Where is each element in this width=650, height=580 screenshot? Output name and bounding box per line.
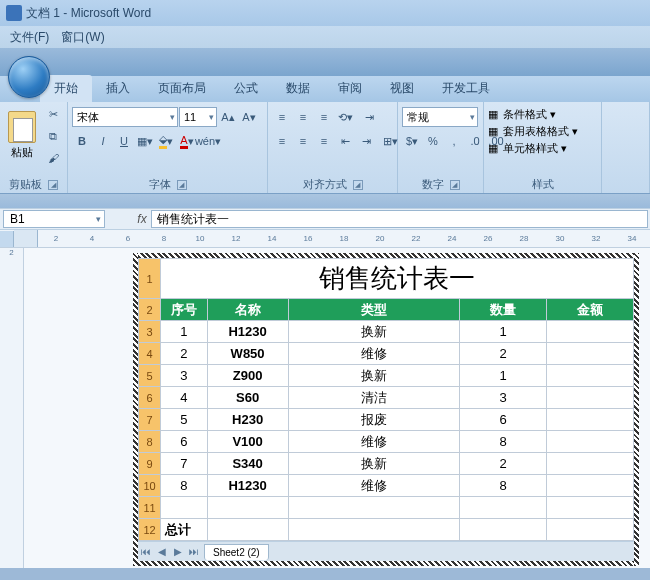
align-center-button[interactable]: ≡ bbox=[293, 131, 313, 151]
currency-button[interactable]: $▾ bbox=[402, 131, 422, 151]
document-area[interactable]: 1销售统计表一2序号名称类型数量金额31H1230换新142W850维修253Z… bbox=[24, 248, 650, 568]
align-left-button[interactable]: ≡ bbox=[272, 131, 292, 151]
font-size-combo[interactable]: 11 bbox=[179, 107, 217, 127]
cell[interactable]: 2 bbox=[460, 343, 547, 365]
table-row[interactable]: 1销售统计表一 bbox=[139, 259, 634, 299]
cell[interactable]: 4 bbox=[161, 387, 207, 409]
number-dialog-icon[interactable]: ◢ bbox=[450, 180, 460, 190]
table-row[interactable]: 2序号名称类型数量金额 bbox=[139, 299, 634, 321]
title-cell[interactable]: 销售统计表一 bbox=[161, 259, 634, 299]
tab-review[interactable]: 审阅 bbox=[324, 75, 376, 102]
align-middle-button[interactable]: ≡ bbox=[293, 107, 313, 127]
cell[interactable]: 维修 bbox=[288, 431, 460, 453]
cell[interactable]: 6 bbox=[460, 409, 547, 431]
cell[interactable]: 8 bbox=[460, 431, 547, 453]
number-format-combo[interactable]: 常规 bbox=[402, 107, 478, 127]
paste-button[interactable]: 粘贴 bbox=[4, 104, 40, 166]
cell[interactable]: 换新 bbox=[288, 365, 460, 387]
tab-nav-first[interactable]: ⏮ bbox=[138, 546, 154, 557]
cell[interactable]: Z900 bbox=[207, 365, 288, 387]
cell[interactable] bbox=[547, 387, 634, 409]
copy-button[interactable]: ⧉ bbox=[43, 126, 63, 146]
cell[interactable]: 9 bbox=[139, 453, 161, 475]
tab-data[interactable]: 数据 bbox=[272, 75, 324, 102]
fx-icon[interactable]: fx bbox=[133, 212, 151, 226]
font-dialog-icon[interactable]: ◢ bbox=[177, 180, 187, 190]
tab-nav-prev[interactable]: ◀ bbox=[154, 546, 170, 557]
menu-window[interactable]: 窗口(W) bbox=[57, 27, 108, 48]
cell[interactable]: 12 bbox=[139, 519, 161, 541]
cell[interactable]: S60 bbox=[207, 387, 288, 409]
cell[interactable]: 换新 bbox=[288, 321, 460, 343]
italic-button[interactable]: I bbox=[93, 131, 113, 151]
cell[interactable] bbox=[207, 497, 288, 519]
spreadsheet-table[interactable]: 1销售统计表一2序号名称类型数量金额31H1230换新142W850维修253Z… bbox=[138, 258, 634, 541]
table-row[interactable]: 31H1230换新1 bbox=[139, 321, 634, 343]
cell[interactable]: 5 bbox=[161, 409, 207, 431]
cell[interactable] bbox=[161, 497, 207, 519]
cell[interactable] bbox=[547, 453, 634, 475]
bold-button[interactable]: B bbox=[72, 131, 92, 151]
cell[interactable]: 2 bbox=[139, 299, 161, 321]
cell[interactable]: 11 bbox=[139, 497, 161, 519]
cell[interactable]: 1 bbox=[161, 321, 207, 343]
tab-view[interactable]: 视图 bbox=[376, 75, 428, 102]
indent-dec-button[interactable]: ⇤ bbox=[335, 131, 355, 151]
cell[interactable]: W850 bbox=[207, 343, 288, 365]
column-header[interactable]: 序号 bbox=[161, 299, 207, 321]
cell[interactable]: 6 bbox=[161, 431, 207, 453]
cell[interactable]: 7 bbox=[161, 453, 207, 475]
cell[interactable]: 1 bbox=[460, 321, 547, 343]
format-painter-button[interactable]: 🖌 bbox=[43, 148, 63, 168]
table-row[interactable]: 108H1230维修8 bbox=[139, 475, 634, 497]
percent-button[interactable]: % bbox=[423, 131, 443, 151]
cell[interactable] bbox=[460, 519, 547, 541]
cell[interactable] bbox=[547, 365, 634, 387]
total-cell[interactable]: 总计 bbox=[161, 519, 207, 541]
cell[interactable]: 1 bbox=[139, 259, 161, 299]
cell[interactable]: 10 bbox=[139, 475, 161, 497]
border-button[interactable]: ▦▾ bbox=[135, 131, 155, 151]
cell[interactable]: 3 bbox=[460, 387, 547, 409]
align-right-button[interactable]: ≡ bbox=[314, 131, 334, 151]
column-header[interactable]: 类型 bbox=[288, 299, 460, 321]
cell[interactable]: 8 bbox=[139, 431, 161, 453]
cell[interactable]: H1230 bbox=[207, 475, 288, 497]
tab-dev[interactable]: 开发工具 bbox=[428, 75, 504, 102]
cell[interactable]: 维修 bbox=[288, 475, 460, 497]
cell[interactable]: 1 bbox=[460, 365, 547, 387]
cell[interactable]: 7 bbox=[139, 409, 161, 431]
indent-inc-button[interactable]: ⇥ bbox=[356, 131, 376, 151]
cell[interactable]: 3 bbox=[161, 365, 207, 387]
cell[interactable]: H230 bbox=[207, 409, 288, 431]
shrink-font-button[interactable]: A▾ bbox=[239, 107, 259, 127]
table-row[interactable]: 86V100维修8 bbox=[139, 431, 634, 453]
cell-style-button[interactable]: ▦ 单元格样式 ▾ bbox=[488, 141, 567, 156]
table-row[interactable]: 11 bbox=[139, 497, 634, 519]
table-row[interactable]: 64S60清洁3 bbox=[139, 387, 634, 409]
cell[interactable] bbox=[288, 519, 460, 541]
cut-button[interactable]: ✂ bbox=[43, 104, 63, 124]
wrap-text-button[interactable]: ⇥ bbox=[356, 107, 382, 127]
embedded-sheet[interactable]: 1销售统计表一2序号名称类型数量金额31H1230换新142W850维修253Z… bbox=[138, 258, 634, 561]
cell[interactable]: V100 bbox=[207, 431, 288, 453]
name-box[interactable]: B1 bbox=[3, 210, 105, 228]
align-bottom-button[interactable]: ≡ bbox=[314, 107, 334, 127]
cell[interactable]: 5 bbox=[139, 365, 161, 387]
tab-nav-last[interactable]: ⏭ bbox=[186, 546, 202, 557]
table-row[interactable]: 42W850维修2 bbox=[139, 343, 634, 365]
cell[interactable]: 8 bbox=[161, 475, 207, 497]
column-header[interactable]: 金额 bbox=[547, 299, 634, 321]
tab-insert[interactable]: 插入 bbox=[92, 75, 144, 102]
cell[interactable]: 4 bbox=[139, 343, 161, 365]
cell[interactable]: H1230 bbox=[207, 321, 288, 343]
tab-nav-next[interactable]: ▶ bbox=[170, 546, 186, 557]
tab-layout[interactable]: 页面布局 bbox=[144, 75, 220, 102]
cell[interactable]: 2 bbox=[161, 343, 207, 365]
font-name-combo[interactable]: 宋体 bbox=[72, 107, 178, 127]
cell[interactable]: 清洁 bbox=[288, 387, 460, 409]
cell[interactable]: 6 bbox=[139, 387, 161, 409]
table-row[interactable]: 12总计 bbox=[139, 519, 634, 541]
column-header[interactable]: 名称 bbox=[207, 299, 288, 321]
cell[interactable] bbox=[207, 519, 288, 541]
